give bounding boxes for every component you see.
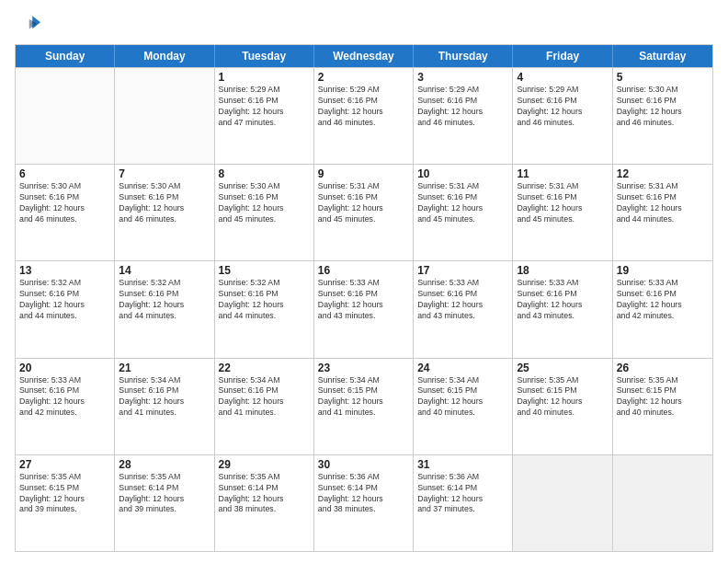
cell-detail: Sunrise: 5:36 AM Sunset: 6:14 PM Dayligh… xyxy=(318,472,409,516)
cell-detail: Sunrise: 5:34 AM Sunset: 6:16 PM Dayligh… xyxy=(119,375,210,419)
cal-cell: 2Sunrise: 5:29 AM Sunset: 6:16 PM Daylig… xyxy=(314,68,414,164)
day-number: 25 xyxy=(517,362,608,374)
cal-week-1: 1Sunrise: 5:29 AM Sunset: 6:16 PM Daylig… xyxy=(16,67,712,164)
day-number: 10 xyxy=(417,167,508,180)
cell-detail: Sunrise: 5:34 AM Sunset: 6:15 PM Dayligh… xyxy=(417,375,508,419)
cal-cell xyxy=(613,455,712,551)
cal-cell xyxy=(115,68,214,164)
cal-cell: 3Sunrise: 5:29 AM Sunset: 6:16 PM Daylig… xyxy=(414,68,513,164)
cal-cell: 25Sunrise: 5:35 AM Sunset: 6:15 PM Dayli… xyxy=(513,359,612,454)
cell-detail: Sunrise: 5:34 AM Sunset: 6:16 PM Dayligh… xyxy=(219,375,310,419)
cal-header-friday: Friday xyxy=(513,45,612,67)
cell-detail: Sunrise: 5:33 AM Sunset: 6:16 PM Dayligh… xyxy=(318,278,409,322)
day-number: 16 xyxy=(318,264,409,277)
cal-cell: 6Sunrise: 5:30 AM Sunset: 6:16 PM Daylig… xyxy=(16,165,115,260)
cell-detail: Sunrise: 5:31 AM Sunset: 6:16 PM Dayligh… xyxy=(318,181,409,225)
page: SundayMondayTuesdayWednesdayThursdayFrid… xyxy=(0,0,728,563)
cell-detail: Sunrise: 5:29 AM Sunset: 6:16 PM Dayligh… xyxy=(417,85,508,129)
cell-detail: Sunrise: 5:30 AM Sunset: 6:16 PM Dayligh… xyxy=(219,181,310,225)
day-number: 4 xyxy=(517,71,608,84)
day-number: 17 xyxy=(417,264,508,277)
day-number: 26 xyxy=(617,362,709,374)
cell-detail: Sunrise: 5:30 AM Sunset: 6:16 PM Dayligh… xyxy=(119,181,210,225)
day-number: 3 xyxy=(417,71,508,84)
cal-cell: 30Sunrise: 5:36 AM Sunset: 6:14 PM Dayli… xyxy=(314,455,414,551)
cal-cell: 27Sunrise: 5:35 AM Sunset: 6:15 PM Dayli… xyxy=(16,455,115,551)
day-number: 2 xyxy=(318,71,409,84)
cal-cell: 4Sunrise: 5:29 AM Sunset: 6:16 PM Daylig… xyxy=(513,68,612,164)
logo-icon xyxy=(15,11,40,37)
day-number: 5 xyxy=(617,71,709,84)
day-number: 20 xyxy=(19,362,110,374)
calendar-body: 1Sunrise: 5:29 AM Sunset: 6:16 PM Daylig… xyxy=(16,67,712,551)
day-number: 18 xyxy=(517,264,608,277)
day-number: 28 xyxy=(119,458,210,471)
cal-header-wednesday: Wednesday xyxy=(314,45,414,67)
day-number: 12 xyxy=(617,167,709,180)
cal-cell: 8Sunrise: 5:30 AM Sunset: 6:16 PM Daylig… xyxy=(215,165,314,260)
cell-detail: Sunrise: 5:29 AM Sunset: 6:16 PM Dayligh… xyxy=(517,85,608,129)
day-number: 30 xyxy=(318,458,409,471)
cal-cell: 21Sunrise: 5:34 AM Sunset: 6:16 PM Dayli… xyxy=(115,359,214,454)
day-number: 19 xyxy=(617,264,709,277)
day-number: 9 xyxy=(318,167,409,180)
cell-detail: Sunrise: 5:30 AM Sunset: 6:16 PM Dayligh… xyxy=(617,85,709,129)
cell-detail: Sunrise: 5:30 AM Sunset: 6:16 PM Dayligh… xyxy=(19,181,110,225)
cal-cell: 20Sunrise: 5:33 AM Sunset: 6:16 PM Dayli… xyxy=(16,359,115,454)
header xyxy=(15,11,713,37)
day-number: 7 xyxy=(119,167,210,180)
cell-detail: Sunrise: 5:36 AM Sunset: 6:14 PM Dayligh… xyxy=(417,472,508,516)
cal-cell: 10Sunrise: 5:31 AM Sunset: 6:16 PM Dayli… xyxy=(414,165,513,260)
day-number: 13 xyxy=(19,264,110,277)
cell-detail: Sunrise: 5:32 AM Sunset: 6:16 PM Dayligh… xyxy=(19,278,110,322)
cal-header-thursday: Thursday xyxy=(414,45,513,67)
day-number: 8 xyxy=(219,167,310,180)
cal-cell xyxy=(16,68,115,164)
cal-cell: 9Sunrise: 5:31 AM Sunset: 6:16 PM Daylig… xyxy=(314,165,414,260)
cell-detail: Sunrise: 5:35 AM Sunset: 6:15 PM Dayligh… xyxy=(19,472,110,516)
cell-detail: Sunrise: 5:33 AM Sunset: 6:16 PM Dayligh… xyxy=(617,278,709,322)
cal-header-monday: Monday xyxy=(115,45,214,67)
day-number: 1 xyxy=(219,71,310,84)
cell-detail: Sunrise: 5:35 AM Sunset: 6:15 PM Dayligh… xyxy=(517,375,608,419)
cal-week-4: 20Sunrise: 5:33 AM Sunset: 6:16 PM Dayli… xyxy=(16,358,712,454)
day-number: 31 xyxy=(417,458,508,471)
cell-detail: Sunrise: 5:35 AM Sunset: 6:14 PM Dayligh… xyxy=(119,472,210,516)
cal-cell xyxy=(513,455,612,551)
cal-cell: 29Sunrise: 5:35 AM Sunset: 6:14 PM Dayli… xyxy=(215,455,314,551)
cal-cell: 12Sunrise: 5:31 AM Sunset: 6:16 PM Dayli… xyxy=(613,165,712,260)
day-number: 29 xyxy=(219,458,310,471)
cal-cell: 24Sunrise: 5:34 AM Sunset: 6:15 PM Dayli… xyxy=(414,359,513,454)
cal-cell: 19Sunrise: 5:33 AM Sunset: 6:16 PM Dayli… xyxy=(613,261,712,357)
cal-cell: 16Sunrise: 5:33 AM Sunset: 6:16 PM Dayli… xyxy=(314,261,414,357)
cal-week-3: 13Sunrise: 5:32 AM Sunset: 6:16 PM Dayli… xyxy=(16,260,712,357)
day-number: 24 xyxy=(417,362,508,374)
cell-detail: Sunrise: 5:31 AM Sunset: 6:16 PM Dayligh… xyxy=(617,181,709,225)
cell-detail: Sunrise: 5:32 AM Sunset: 6:16 PM Dayligh… xyxy=(219,278,310,322)
cal-header-tuesday: Tuesday xyxy=(215,45,314,67)
calendar: SundayMondayTuesdayWednesdayThursdayFrid… xyxy=(15,44,713,552)
day-number: 27 xyxy=(19,458,110,471)
cell-detail: Sunrise: 5:31 AM Sunset: 6:16 PM Dayligh… xyxy=(417,181,508,225)
cell-detail: Sunrise: 5:33 AM Sunset: 6:16 PM Dayligh… xyxy=(417,278,508,322)
cal-cell: 26Sunrise: 5:35 AM Sunset: 6:15 PM Dayli… xyxy=(613,359,712,454)
cal-header-sunday: Sunday xyxy=(16,45,115,67)
calendar-header-row: SundayMondayTuesdayWednesdayThursdayFrid… xyxy=(16,45,712,67)
logo xyxy=(15,11,44,37)
cell-detail: Sunrise: 5:31 AM Sunset: 6:16 PM Dayligh… xyxy=(517,181,608,225)
cal-week-5: 27Sunrise: 5:35 AM Sunset: 6:15 PM Dayli… xyxy=(16,454,712,551)
day-number: 22 xyxy=(219,362,310,374)
cell-detail: Sunrise: 5:34 AM Sunset: 6:15 PM Dayligh… xyxy=(318,375,409,419)
day-number: 14 xyxy=(119,264,210,277)
cal-cell: 13Sunrise: 5:32 AM Sunset: 6:16 PM Dayli… xyxy=(16,261,115,357)
cal-cell: 22Sunrise: 5:34 AM Sunset: 6:16 PM Dayli… xyxy=(215,359,314,454)
cal-cell: 1Sunrise: 5:29 AM Sunset: 6:16 PM Daylig… xyxy=(215,68,314,164)
cell-detail: Sunrise: 5:33 AM Sunset: 6:16 PM Dayligh… xyxy=(517,278,608,322)
cal-cell: 14Sunrise: 5:32 AM Sunset: 6:16 PM Dayli… xyxy=(115,261,214,357)
cal-cell: 28Sunrise: 5:35 AM Sunset: 6:14 PM Dayli… xyxy=(115,455,214,551)
cal-header-saturday: Saturday xyxy=(613,45,712,67)
cal-cell: 5Sunrise: 5:30 AM Sunset: 6:16 PM Daylig… xyxy=(613,68,712,164)
cell-detail: Sunrise: 5:35 AM Sunset: 6:15 PM Dayligh… xyxy=(617,375,709,419)
cell-detail: Sunrise: 5:29 AM Sunset: 6:16 PM Dayligh… xyxy=(219,85,310,129)
day-number: 21 xyxy=(119,362,210,374)
